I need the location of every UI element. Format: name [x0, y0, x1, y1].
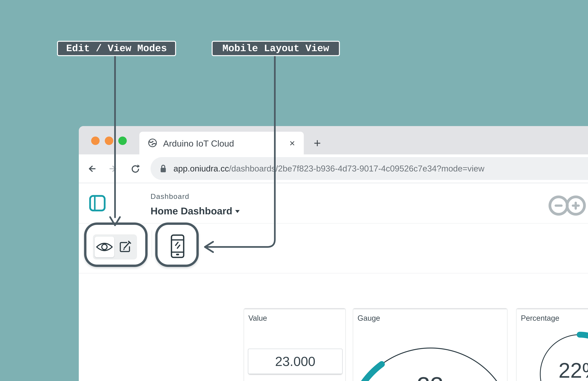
browser-window: Arduino IoT Cloud ✕ + app.oniudra.cc/das…	[79, 126, 588, 381]
lock-icon	[160, 164, 167, 173]
chevron-down-icon[interactable]	[235, 210, 240, 213]
window-minimize-button[interactable]	[105, 137, 113, 145]
dashboard-title[interactable]: Home Dashboard	[150, 205, 232, 217]
gauge-arc	[353, 309, 507, 381]
highlight-ring-view-edit	[84, 222, 147, 267]
globe-icon	[148, 138, 157, 148]
value-widget-card: Value 23.000	[244, 309, 346, 381]
gauge-widget-card: Gauge 23	[353, 309, 507, 381]
dashboard-header: Dashboard Home Dashboard	[79, 183, 588, 224]
reload-icon[interactable]	[131, 164, 140, 173]
sidebar-toggle-icon[interactable]	[89, 195, 105, 212]
browser-tab-bar: Arduino IoT Cloud ✕ +	[79, 126, 588, 154]
new-tab-button[interactable]: +	[309, 132, 326, 154]
dashboard-content: Value 23.000 Gauge 23 Percentage 22%	[79, 274, 588, 381]
mobile-layout-view-label-text: Mobile Layout View	[222, 43, 329, 54]
toolbar-divider	[152, 230, 152, 257]
forward-icon[interactable]	[108, 164, 118, 173]
mobile-layout-view-label: Mobile Layout View	[212, 41, 340, 56]
url-path: /dashboards/2be7f823-b936-4d73-9017-4c09…	[229, 164, 484, 173]
back-icon[interactable]	[87, 164, 97, 173]
window-zoom-button[interactable]	[118, 137, 127, 145]
dashboard-kicker: Dashboard	[150, 192, 189, 200]
percentage-widget-card: Percentage 22%	[516, 309, 588, 381]
value-widget-input[interactable]: 23.000	[248, 349, 343, 374]
browser-tab[interactable]: Arduino IoT Cloud ✕	[139, 132, 304, 154]
percentage-value: 22%	[517, 360, 588, 381]
url-domain: app.oniudra.cc	[173, 164, 229, 173]
tab-close-icon[interactable]: ✕	[285, 132, 299, 154]
arduino-logo-icon	[541, 193, 588, 218]
browser-navbar: app.oniudra.cc/dashboards/2be7f823-b936-…	[79, 154, 588, 183]
widget-title: Value	[248, 314, 267, 322]
address-bar[interactable]: app.oniudra.cc/dashboards/2be7f823-b936-…	[150, 157, 588, 180]
edit-view-modes-label-text: Edit / View Modes	[66, 43, 167, 54]
url-text: app.oniudra.cc/dashboards/2be7f823-b936-…	[173, 157, 484, 180]
window-close-button[interactable]	[91, 137, 100, 145]
gauge-value: 23	[353, 373, 507, 381]
tab-title: Arduino IoT Cloud	[163, 132, 234, 154]
dashboard-toolbar	[79, 224, 588, 274]
highlight-ring-mobile	[155, 222, 199, 267]
edit-view-modes-label: Edit / View Modes	[57, 41, 176, 56]
